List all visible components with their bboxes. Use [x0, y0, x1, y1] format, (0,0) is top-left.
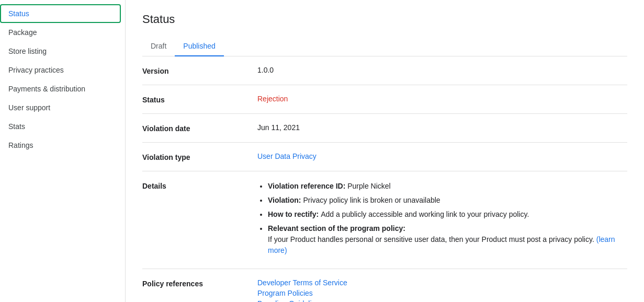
detail-text: Purple Nickel	[347, 182, 390, 190]
table-row: Violation typeUser Data Privacy	[142, 143, 627, 171]
row-value: Violation reference ID: Purple NickelVio…	[257, 181, 627, 259]
main-content: Status DraftPublished Version1.0.0Status…	[126, 0, 644, 302]
policy-link[interactable]: Branding Guidelines	[257, 299, 627, 302]
row-label: Details	[142, 181, 257, 190]
row-label: Violation date	[142, 123, 257, 133]
sidebar-item-payments---distribution[interactable]: Payments & distribution	[0, 79, 121, 98]
row-value[interactable]: User Data Privacy	[257, 152, 627, 160]
row-value: 1.0.0	[257, 66, 627, 74]
tabs: DraftPublished	[142, 37, 627, 56]
table-row: Version1.0.0	[142, 56, 627, 85]
table-row: StatusRejection	[142, 85, 627, 114]
sidebar-item-privacy-practices[interactable]: Privacy practices	[0, 61, 121, 79]
detail-prefix: Relevant section of the program policy:	[268, 224, 405, 233]
detail-item: Violation reference ID: Purple Nickel	[268, 181, 627, 192]
sidebar-item-stats[interactable]: Stats	[0, 117, 121, 136]
policy-link[interactable]: Program Policies	[257, 289, 627, 297]
row-label: Policy references	[142, 278, 257, 288]
detail-prefix: How to rectify:	[268, 210, 321, 218]
detail-item: Violation: Privacy policy link is broken…	[268, 195, 627, 206]
details-list: Violation reference ID: Purple NickelVio…	[257, 181, 627, 256]
detail-text: Privacy policy link is broken or unavail…	[303, 196, 440, 204]
row-value: Developer Terms of ServiceProgram Polici…	[257, 278, 627, 302]
table-row: Policy referencesDeveloper Terms of Serv…	[142, 269, 627, 302]
detail-prefix: Violation reference ID:	[268, 182, 347, 190]
row-value: Jun 11, 2021	[257, 123, 627, 132]
detail-text: Add a publicly accessible and working li…	[321, 210, 529, 218]
detail-item: How to rectify: Add a publicly accessibl…	[268, 209, 627, 220]
tab-published[interactable]: Published	[175, 37, 224, 56]
sidebar-item-status[interactable]: Status	[0, 4, 121, 23]
row-label: Violation type	[142, 152, 257, 161]
sidebar-item-package[interactable]: Package	[0, 23, 121, 42]
policy-links: Developer Terms of ServiceProgram Polici…	[257, 278, 627, 302]
sidebar-item-user-support[interactable]: User support	[0, 98, 121, 117]
table-row: Violation dateJun 11, 2021	[142, 114, 627, 143]
sidebar-item-store-listing[interactable]: Store listing	[0, 42, 121, 61]
detail-item: Relevant section of the program policy: …	[268, 223, 627, 256]
tab-draft[interactable]: Draft	[142, 37, 175, 56]
sidebar-item-ratings[interactable]: Ratings	[0, 136, 121, 155]
row-label: Status	[142, 95, 257, 104]
row-value: Rejection	[257, 95, 627, 103]
page-title: Status	[142, 13, 627, 26]
table-row: DetailsViolation reference ID: Purple Ni…	[142, 171, 627, 269]
sidebar: StatusPackageStore listingPrivacy practi…	[0, 0, 126, 302]
detail-extra: If your Product handles personal or sens…	[268, 235, 596, 243]
content-table: Version1.0.0StatusRejectionViolation dat…	[142, 56, 627, 302]
policy-link[interactable]: Developer Terms of Service	[257, 278, 627, 287]
detail-prefix: Violation:	[268, 196, 303, 204]
row-label: Version	[142, 66, 257, 75]
